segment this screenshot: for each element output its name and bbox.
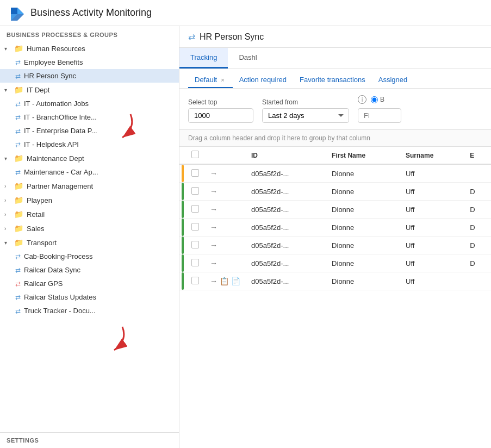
row-checkbox[interactable] <box>191 205 199 213</box>
status-bar-cell <box>179 201 186 219</box>
sidebar-item-label: Maintenance - Car Ap... <box>24 168 98 176</box>
navigate-button[interactable]: → <box>210 223 217 232</box>
arrow-cell: → <box>204 164 246 183</box>
radio-b-label: B <box>371 96 384 103</box>
sidebar-item-it-automation[interactable]: ⇄ IT - Automation Jobs <box>0 97 179 110</box>
sidebar-item-it-branchoffice[interactable]: ⇄ IT - BranchOffice Inte... <box>0 110 179 124</box>
sidebar-item-it-enterprise[interactable]: ⇄ IT - Enterprise Data P... <box>0 124 179 138</box>
extra-cell: D <box>464 183 491 201</box>
sub-tab-label: Default <box>195 76 217 84</box>
sidebar-group-header-sales[interactable]: › 📁 Sales <box>0 221 179 235</box>
extra-cell: D <box>464 237 491 254</box>
sidebar-item-railcar-status[interactable]: ⇄ Railcar Status Updates <box>0 290 179 304</box>
sidebar-group-header-transport[interactable]: ▾ 📁 Transport <box>0 235 179 250</box>
col-id: ID <box>246 147 326 164</box>
navigate-button[interactable]: → <box>210 169 217 178</box>
sub-tabs: Default × Action required Favorite trans… <box>179 69 491 89</box>
sidebar-item-truck-tracker[interactable]: ⇄ Truck Tracker - Docu... <box>0 304 179 318</box>
sidebar-item-label: Truck Tracker - Docu... <box>24 307 96 315</box>
sidebar-item-label: IT - Automation Jobs <box>24 99 89 108</box>
content-area: ⇄ HR Person Sync Tracking Dashl Default … <box>179 26 491 448</box>
sidebar-item-cab-booking[interactable]: ⇄ Cab-Booking-Process <box>0 250 179 263</box>
firstname-cell: Dionne <box>326 254 400 272</box>
header-checkbox[interactable] <box>191 151 199 158</box>
navigate-button[interactable]: → <box>210 259 217 267</box>
app-header: Business Activity Monitoring <box>0 0 491 26</box>
sidebar-group-header-human-resources[interactable]: ▾ 📁 Human Resources <box>0 41 179 55</box>
group-label: Human Resources <box>27 45 85 53</box>
sub-tab-favorite[interactable]: Favorite transactions <box>293 72 372 88</box>
sidebar-group-header-maintenance[interactable]: ▾ 📁 Maintenance Dept <box>0 151 179 165</box>
row-checkbox[interactable] <box>191 241 199 248</box>
table-row: → d05a5f2d-... Dionne Uff D <box>179 254 491 272</box>
id-cell: d05a5f2d-... <box>246 164 326 183</box>
sidebar-item-label: Railcar GPS <box>24 279 63 288</box>
process-icon: ⇄ <box>15 253 21 260</box>
radio-b[interactable] <box>371 96 378 103</box>
navigate-button[interactable]: → <box>210 277 217 285</box>
sidebar-item-hr-person-sync[interactable]: ⇄ HR Person Sync <box>0 69 179 83</box>
group-label: Playpen <box>27 196 52 204</box>
process-icon: ⇄ <box>15 280 21 288</box>
arrow-cell: → <box>204 237 246 254</box>
filter-text-input[interactable] <box>358 108 401 123</box>
sidebar-group-header-retail[interactable]: › 📁 Retail <box>0 207 179 221</box>
navigate-button[interactable]: → <box>210 241 217 250</box>
filter-radio-group: i B <box>358 95 401 104</box>
sidebar-scroll: ▾ 📁 Human Resources ⇄ Employee Benefits … <box>0 41 179 432</box>
status-bar-cell <box>179 219 186 237</box>
sidebar-group-playpen: › 📁 Playpen <box>0 193 179 207</box>
started-from-select[interactable]: Last 2 days Last 7 days Last 30 days All… <box>262 108 349 123</box>
sidebar-group-sales: › 📁 Sales <box>0 221 179 235</box>
select-top-input[interactable] <box>188 108 253 123</box>
navigate-button[interactable]: → <box>210 205 217 214</box>
table-row: → d05a5f2d-... Dionne Uff D <box>179 201 491 219</box>
row-checkbox[interactable] <box>191 169 199 177</box>
row-checkbox[interactable] <box>191 223 199 231</box>
sub-tab-default[interactable]: Default × <box>188 72 233 88</box>
sidebar-group-header-playpen[interactable]: › 📁 Playpen <box>0 193 179 207</box>
main-layout: BUSINESS PROCESSES & GROUPS ▾ 📁 Human Re… <box>0 26 491 448</box>
sub-tab-assigned[interactable]: Assigned <box>372 72 414 88</box>
sidebar-item-railcar-gps[interactable]: ⇄ Railcar GPS <box>0 277 179 290</box>
arrow-cell: → <box>204 254 246 272</box>
group-label: Transport <box>27 239 57 247</box>
navigate-button[interactable]: → <box>210 187 217 196</box>
process-icon: ⇄ <box>15 266 21 274</box>
sidebar-item-maintenance-car[interactable]: ⇄ Maintenance - Car Ap... <box>0 165 179 179</box>
row-checkbox[interactable] <box>191 259 199 266</box>
close-icon[interactable]: × <box>219 76 226 84</box>
group-label: Retail <box>27 210 45 219</box>
app-title: Business Activity Monitoring <box>30 7 152 18</box>
sub-tab-action-required[interactable]: Action required <box>233 72 293 88</box>
sidebar-group-retail: › 📁 Retail <box>0 207 179 221</box>
started-from-filter: Started from Last 2 days Last 7 days Las… <box>262 98 349 123</box>
status-bar-cell <box>179 164 186 183</box>
row-checkbox[interactable] <box>191 187 199 195</box>
firstname-cell: Dionne <box>326 201 400 219</box>
sidebar-item-label: Employee Benefits <box>24 58 83 66</box>
chevron-right-icon: › <box>4 211 11 217</box>
table-row: → d05a5f2d-... Dionne Uff D <box>179 237 491 254</box>
process-icon: ⇄ <box>15 141 21 148</box>
tab-dashboard[interactable]: Dashl <box>228 48 268 69</box>
surname-cell: Uff <box>400 183 464 201</box>
tab-tracking[interactable]: Tracking <box>179 48 228 69</box>
copy-icon[interactable]: 📋 <box>220 277 229 285</box>
sidebar-group-header-it-dept[interactable]: ▾ 📁 IT Dept <box>0 83 179 97</box>
sidebar-item-employee-benefits[interactable]: ⇄ Employee Benefits <box>0 55 179 69</box>
sidebar-item-railcar-data[interactable]: ⇄ Railcar Data Sync <box>0 263 179 277</box>
table-row: → d05a5f2d-... Dionne Uff D <box>179 183 491 201</box>
sidebar-item-it-helpdesk[interactable]: ⇄ IT - Helpdesk API <box>0 138 179 151</box>
folder-icon: 📁 <box>14 44 23 53</box>
table-row: → d05a5f2d-... Dionne Uff D <box>179 219 491 237</box>
sidebar-group-header-partner[interactable]: › 📁 Partner Management <box>0 179 179 193</box>
checkbox-cell <box>186 219 204 237</box>
info-icon[interactable]: i <box>358 95 366 104</box>
duplicate-icon[interactable]: 📄 <box>231 277 240 285</box>
sidebar-group-human-resources: ▾ 📁 Human Resources ⇄ Employee Benefits … <box>0 41 179 83</box>
select-top-filter: Select top <box>188 98 253 123</box>
row-checkbox[interactable] <box>191 277 199 284</box>
sidebar-group-partner: › 📁 Partner Management <box>0 179 179 193</box>
status-bar-cell <box>179 254 186 272</box>
